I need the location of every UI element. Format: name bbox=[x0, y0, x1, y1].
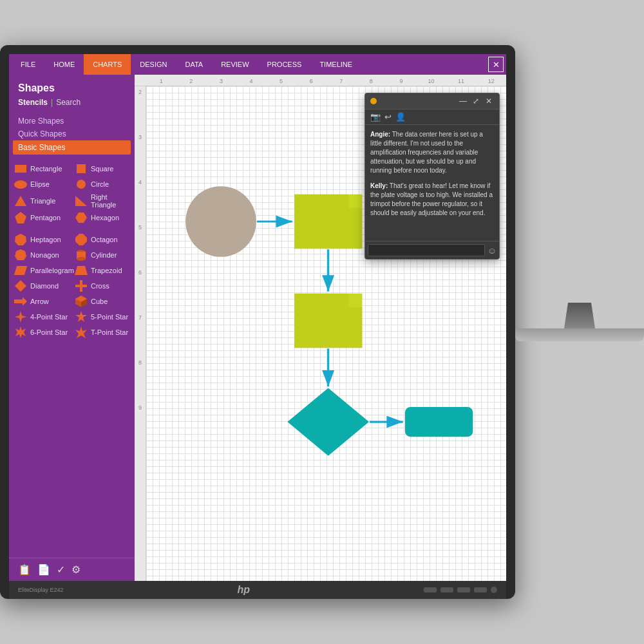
chat-input-field[interactable] bbox=[368, 244, 485, 256]
menu-process[interactable]: PROCESS bbox=[258, 54, 311, 75]
monitor-button-3[interactable] bbox=[457, 587, 470, 592]
tpoint-star-label: T-Point Star bbox=[91, 328, 128, 336]
monitor-power-button[interactable] bbox=[491, 587, 497, 593]
chat-toolbar: 📷 ↩ 👤 bbox=[365, 109, 499, 125]
chat-messages: Angie: The data center here is set up a … bbox=[365, 125, 499, 241]
chat-input-area: ☺ bbox=[365, 241, 499, 259]
monitor-bezel-bottom: EliteDisplay E242 hp bbox=[9, 581, 506, 599]
ellipse-label: Elipse bbox=[30, 180, 50, 188]
menu-data[interactable]: DATA bbox=[176, 54, 212, 75]
monitor-button-2[interactable] bbox=[440, 587, 453, 592]
monitor-buttons bbox=[424, 587, 497, 593]
ruler-left-7: 7 bbox=[138, 314, 142, 359]
cylinder-icon bbox=[75, 249, 88, 261]
menu-review[interactable]: REVIEW bbox=[212, 54, 258, 75]
sidebar-title: Shapes bbox=[9, 75, 135, 97]
shape-5point-star[interactable]: 5-Point Star bbox=[75, 310, 129, 323]
shape-ellipse[interactable]: Elipse bbox=[14, 178, 69, 191]
monitor-stand bbox=[515, 303, 644, 341]
list-icon[interactable]: 📄 bbox=[37, 564, 50, 576]
chat-header: — ⤢ ✕ bbox=[365, 93, 499, 109]
shape-square[interactable]: Square bbox=[75, 162, 129, 175]
settings-icon[interactable]: ⚙ bbox=[71, 564, 80, 576]
shape-nonagon[interactable]: Nonagon bbox=[14, 249, 69, 261]
ruler-top: 1 2 3 4 5 6 7 8 9 10 11 12 bbox=[135, 75, 506, 86]
sidebar-more-shapes[interactable]: More Shapes bbox=[18, 115, 126, 128]
canvas-main[interactable]: — ⤢ ✕ 📷 ↩ 👤 bbox=[146, 86, 506, 581]
sidebar-quick-shapes[interactable]: Quick Shapes bbox=[18, 128, 126, 140]
chat-reply-icon[interactable]: ↩ bbox=[384, 112, 392, 122]
svg-marker-0 bbox=[15, 196, 26, 206]
ruler-mark-2: 2 bbox=[176, 78, 207, 84]
shape-rectangle[interactable]: Rectangle bbox=[14, 162, 69, 175]
clipboard-icon[interactable]: 📋 bbox=[18, 564, 31, 576]
shape-row-10: 4-Point Star 5-Point Star bbox=[14, 310, 129, 323]
svg-rect-34 bbox=[405, 407, 473, 437]
svg-marker-3 bbox=[75, 213, 87, 223]
ruler-left-9: 9 bbox=[138, 404, 142, 450]
right-triangle-icon bbox=[75, 194, 88, 207]
monitor: FILE HOME CHARTS DESIGN DATA REVIEW PROC… bbox=[0, 45, 515, 599]
shape-cube[interactable]: Cube bbox=[75, 295, 129, 308]
shape-hexagon[interactable]: Hexagon bbox=[75, 211, 129, 224]
shape-4point-star[interactable]: 4-Point Star bbox=[14, 310, 69, 323]
arrow-label: Arrow bbox=[30, 298, 49, 305]
chat-close-button[interactable]: ✕ bbox=[484, 96, 494, 106]
shape-6point-star[interactable]: 6-Point Star bbox=[14, 326, 69, 339]
sidebar-bottom: 📋 📄 ✓ ⚙ bbox=[9, 558, 135, 581]
menu-home[interactable]: HOME bbox=[44, 54, 84, 75]
shape-row-7: Parallelogram Trapezoid bbox=[14, 264, 129, 277]
shape-right-triangle[interactable]: Right Triangle bbox=[75, 193, 129, 209]
ruler-mark-9: 9 bbox=[386, 78, 417, 84]
svg-marker-6 bbox=[15, 249, 26, 260]
menu-file[interactable]: FILE bbox=[12, 54, 44, 75]
chat-minimize-button[interactable]: — bbox=[458, 96, 468, 106]
sidebar-stencils-link[interactable]: Stencils bbox=[18, 98, 48, 107]
shape-trapezoid[interactable]: Trapezoid bbox=[75, 264, 129, 277]
sidebar-links: More Shapes Quick Shapes Basic Shapes bbox=[9, 112, 135, 157]
check-icon[interactable]: ✓ bbox=[57, 564, 65, 576]
hp-logo: hp bbox=[238, 584, 251, 596]
close-button[interactable]: ✕ bbox=[488, 57, 504, 72]
ruler-mark-3: 3 bbox=[206, 78, 236, 84]
monitor-button-1[interactable] bbox=[424, 587, 437, 592]
stand-neck bbox=[560, 303, 599, 328]
menu-timeline[interactable]: TIMELINE bbox=[310, 54, 361, 75]
canvas-area: 1 2 3 4 5 6 7 8 9 10 11 12 bbox=[135, 75, 506, 581]
shape-arrow[interactable]: Arrow bbox=[14, 295, 69, 308]
shape-circle[interactable]: Circle bbox=[75, 178, 129, 191]
svg-point-23 bbox=[185, 186, 256, 257]
screen: FILE HOME CHARTS DESIGN DATA REVIEW PROC… bbox=[9, 54, 506, 581]
menu-design[interactable]: DESIGN bbox=[131, 54, 176, 75]
menu-charts[interactable]: CHARTS bbox=[84, 54, 131, 75]
monitor-button-4[interactable] bbox=[474, 587, 487, 592]
chat-user-icon[interactable]: 👤 bbox=[395, 112, 406, 122]
shape-pentagon[interactable]: Pentagon bbox=[14, 211, 69, 224]
shape-diamond[interactable]: Diamond bbox=[14, 279, 69, 292]
svg-marker-32 bbox=[287, 388, 369, 455]
emoji-button[interactable]: ☺ bbox=[488, 245, 497, 256]
sidebar-search-link[interactable]: Search bbox=[56, 98, 80, 107]
sidebar-basic-shapes[interactable]: Basic Shapes bbox=[13, 140, 131, 155]
cylinder-label: Cylinder bbox=[91, 251, 117, 259]
sidebar-nav: Stencils | Search bbox=[9, 97, 135, 112]
triangle-label: Triangle bbox=[30, 197, 55, 205]
6point-star-label: 6-Point Star bbox=[30, 328, 68, 336]
ruler-mark-6: 6 bbox=[296, 78, 327, 84]
shape-octagon[interactable]: Octagon bbox=[75, 233, 129, 246]
shape-tpoint-star[interactable]: T-Point Star bbox=[75, 326, 129, 339]
ruler-mark-10: 10 bbox=[416, 78, 446, 84]
shape-triangle[interactable]: Triangle bbox=[14, 193, 69, 209]
ruler-left-8: 8 bbox=[138, 359, 142, 404]
diamond-label: Diamond bbox=[30, 282, 59, 290]
chat-video-icon[interactable]: 📷 bbox=[370, 112, 381, 122]
shape-heptagon[interactable]: Heptagon bbox=[14, 233, 69, 246]
ruler-left-5: 5 bbox=[138, 224, 142, 269]
shape-cylinder[interactable]: Cylinder bbox=[75, 249, 129, 261]
shape-parallelogram[interactable]: Parallelogram bbox=[14, 264, 69, 277]
chat-controls: — ⤢ ✕ bbox=[458, 96, 494, 106]
pentagon-icon bbox=[14, 211, 27, 224]
chat-resize-button[interactable]: ⤢ bbox=[471, 96, 481, 106]
shape-cross[interactable]: Cross bbox=[75, 279, 129, 292]
shape-row-1: Rectangle Square bbox=[14, 162, 129, 175]
